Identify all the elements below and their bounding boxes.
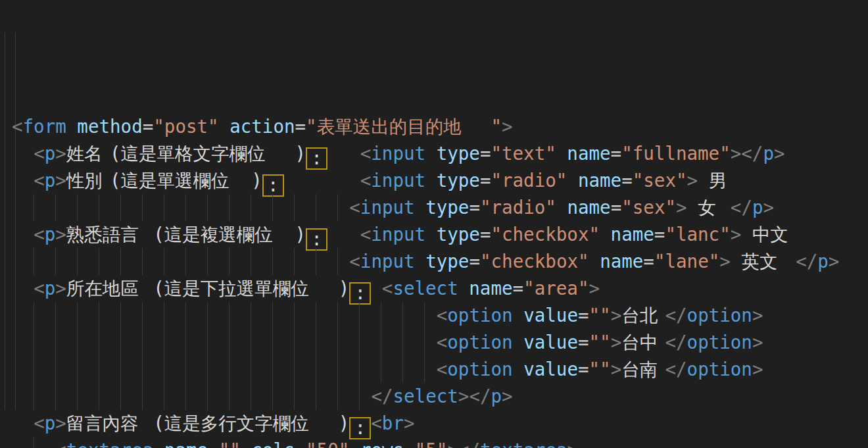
code-line: </select></p> [12,383,868,410]
equals-sign: = [611,143,622,164]
punctuation: </ [665,359,687,380]
whitespace [567,170,578,191]
text: ) [295,143,306,164]
indent-guides [34,356,437,383]
punctuation: < [360,170,372,191]
tag-name: option [447,332,512,353]
indent [12,143,34,164]
text-cjk: 中文 [752,221,796,248]
punctuation: </ [665,305,687,326]
indent [12,359,34,380]
attribute-name: type [425,251,469,272]
indent-guides [34,302,437,329]
punctuation: > [687,170,698,191]
unicode-highlight-colon-box: : [349,417,371,439]
code-line: <p>熟悉語言(這是複選欄位): <input type="checkbox" … [12,221,868,248]
punctuation: < [437,305,448,326]
punctuation: < [360,143,372,164]
whitespace [719,197,731,218]
punctuation: > [752,305,763,326]
unicode-highlight-colon-box: : [306,228,327,251]
text-cjk: 這是單選欄位 [121,167,252,194]
attribute-name: value [523,359,578,380]
whitespace [371,278,382,299]
code-editor[interactable]: <form method="post" action="表單送出的目的地"> <… [0,0,868,448]
text: ) [339,278,350,299]
tag-name: option [447,305,512,326]
text-cjk: 男 [709,167,731,194]
equals-sign: = [578,305,589,326]
string-value: "post" [153,116,218,137]
unicode-highlight-colon-box: : [262,174,284,197]
string-value: "radio" [491,170,567,191]
punctuation: > [55,412,66,434]
indent [12,224,34,245]
punctuation: < [349,251,360,272]
punctuation: > [55,224,66,245]
equals-sign: = [295,439,306,448]
string-value: "radio" [480,197,556,218]
equals-sign: = [143,116,154,137]
string-value: "" [219,439,241,448]
equals-sign: = [480,143,491,164]
equals-sign: = [404,439,415,448]
whitespace [425,224,437,245]
indent-guides [34,437,55,448]
punctuation: < [34,412,45,434]
string-value: "sex" [621,197,676,218]
whitespace [219,116,230,137]
string-value: " [306,116,317,137]
tag-name: p [491,386,502,407]
tag-name: p [45,170,56,191]
tag-name: p [45,143,56,164]
equals-sign: = [469,197,480,218]
equals-sign: = [621,170,633,191]
punctuation: > [55,278,66,299]
indent [12,278,34,299]
text-cjk: 台南 [621,356,665,383]
punctuation: > [55,143,66,164]
whitespace [327,224,360,245]
attribute-name: name [567,197,610,218]
punctuation: </ [665,332,687,353]
code-line: <option value="">台南</option> [12,356,868,383]
text: ) [339,412,350,434]
whitespace [741,224,752,245]
code-line: <option value="">台中</option> [12,329,868,356]
whitespace [513,305,524,326]
equals-sign: = [654,224,665,245]
indent [12,305,34,326]
text: ( [153,412,164,434]
tag-name: textarea [66,439,153,448]
punctuation: < [437,332,448,353]
equals-sign: = [469,251,480,272]
text-cjk: 姓名 [66,140,110,167]
string-value: "text" [491,143,556,164]
punctuation: < [349,197,360,218]
whitespace [458,278,470,299]
attribute-name: type [425,197,469,218]
text-cjk: 所在地區 [66,275,153,302]
unicode-highlight-colon-box: : [306,147,327,170]
punctuation: > [611,359,622,380]
text: ) [251,170,262,191]
string-value: "" [589,332,611,353]
whitespace [241,439,252,448]
text: ) [295,224,306,245]
tag-name: p [752,197,763,218]
string-value-cjk: 表單送出的目的地 [317,113,491,140]
punctuation: > [731,224,742,245]
text-cjk: 性別 [66,167,110,194]
whitespace [425,170,437,191]
string-value: "lanc" [665,224,730,245]
tag-name: option [687,359,752,380]
whitespace [785,251,796,272]
text-cjk: 留言內容 [66,410,153,437]
punctuation: > [502,116,513,137]
attribute-name: action [229,116,295,137]
string-value: "checkbox" [491,224,600,245]
text-cjk: 這是下拉選單欄位 [164,275,339,302]
indent-guides [34,194,349,221]
text: ( [153,278,164,299]
punctuation: ></ [458,386,491,407]
